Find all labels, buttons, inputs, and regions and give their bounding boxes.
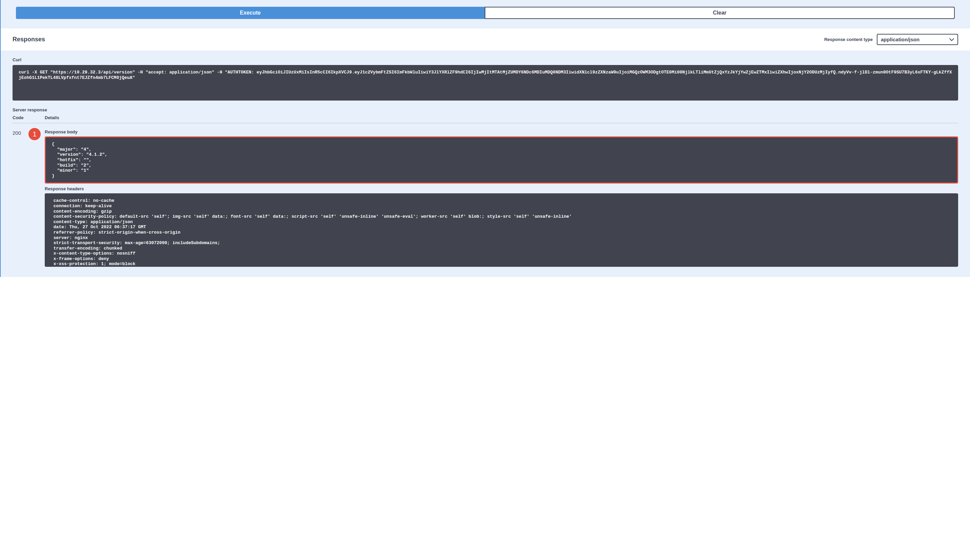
response-body-label: Response body bbox=[45, 129, 958, 134]
code-column-header: Code bbox=[13, 115, 45, 120]
response-header-row: Code Details bbox=[13, 115, 958, 123]
details-column-header: Details bbox=[45, 115, 958, 120]
status-code: 200 bbox=[13, 129, 45, 267]
response-headers-label: Response headers bbox=[45, 186, 958, 191]
content-type-select[interactable]: application/json bbox=[877, 34, 958, 45]
action-bar: Execute Clear bbox=[1, 0, 970, 28]
execute-button[interactable]: Execute bbox=[16, 7, 485, 19]
response-row: 200 1 Response body { "major": "4", "ver… bbox=[13, 123, 958, 267]
content-type-label: Response content type bbox=[824, 37, 873, 42]
server-response-label: Server response bbox=[13, 107, 958, 112]
content-type-wrapper: Response content type application/json bbox=[824, 34, 958, 45]
response-body-highlight: { "major": "4", "version": "4.1.2", "hot… bbox=[45, 137, 958, 183]
annotation-badge: 1 bbox=[28, 128, 41, 140]
responses-header: Responses Response content type applicat… bbox=[1, 28, 970, 50]
details-column: 1 Response body { "major": "4", "version… bbox=[45, 129, 958, 267]
response-headers-block: cache-control: no-cache connection: keep… bbox=[45, 193, 958, 267]
response-content: Curl curl -X GET "https://10.29.32.3/api… bbox=[1, 50, 970, 277]
response-body-block: { "major": "4", "version": "4.1.2", "hot… bbox=[46, 137, 957, 182]
curl-label: Curl bbox=[13, 57, 958, 62]
content-type-select-wrapper: application/json bbox=[877, 34, 958, 45]
swagger-panel: Execute Clear Responses Response content… bbox=[0, 0, 970, 277]
clear-button[interactable]: Clear bbox=[485, 7, 955, 19]
response-table: Code Details 200 1 Response body { "majo… bbox=[13, 115, 958, 267]
responses-title: Responses bbox=[13, 36, 45, 43]
curl-command-block: curl -X GET "https://10.29.32.3/api/vers… bbox=[13, 65, 958, 100]
